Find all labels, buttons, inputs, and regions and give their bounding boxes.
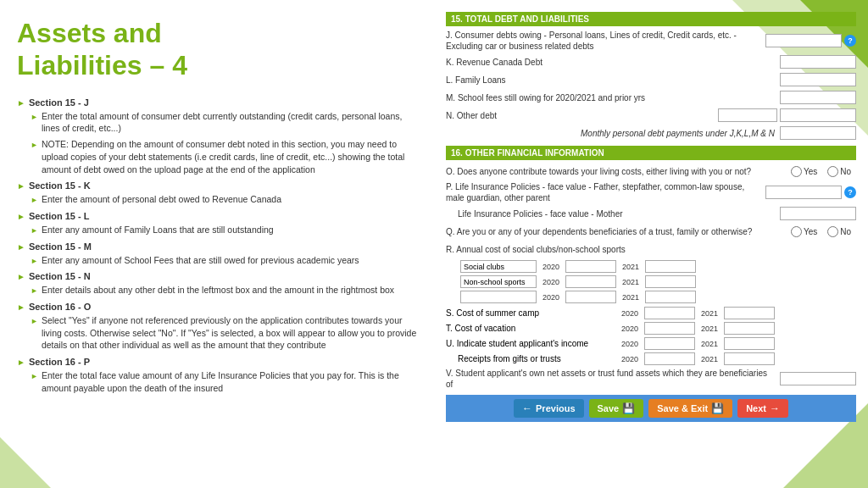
social-clubs-2021-input[interactable] bbox=[645, 260, 696, 273]
field-q-yes-label[interactable]: Yes bbox=[791, 226, 822, 237]
non-school-sports-2021-input[interactable] bbox=[645, 275, 696, 288]
field-q-yes-radio[interactable] bbox=[791, 226, 802, 237]
list-item: ► Enter any amount of Family Loans that … bbox=[31, 224, 420, 236]
field-j-label: J. Consumer debts owing - Personal loans… bbox=[446, 30, 765, 52]
arrow-icon: ► bbox=[17, 242, 25, 252]
field-q-no-label[interactable]: No bbox=[827, 226, 856, 237]
field-p2-row: Life Insurance Policies - face value - M… bbox=[446, 206, 856, 221]
section-15-j-header: ► Section 15 - J bbox=[17, 97, 420, 108]
list-item: ► Enter any amount of School Fees that a… bbox=[31, 254, 420, 267]
field-n-amount-input[interactable] bbox=[780, 108, 856, 122]
field-u-label: U. Indicate student applicant's income bbox=[446, 339, 615, 348]
receipts-label: Receipts from gifts or trusts bbox=[458, 354, 615, 363]
arrow-icon: ► bbox=[31, 112, 38, 123]
info-icon-j[interactable]: ? bbox=[844, 35, 856, 47]
monthly-input[interactable] bbox=[780, 126, 856, 140]
sports-extra1-2021-input[interactable] bbox=[645, 291, 696, 303]
field-o-radio-group: Yes No bbox=[791, 166, 856, 177]
next-icon: → bbox=[770, 402, 780, 414]
arrow-icon: ► bbox=[17, 302, 25, 312]
sports-grid: 2020 2021 2020 2021 2020 2021 bbox=[446, 260, 856, 303]
field-r-label: R. Annual cost of social clubs/non-schoo… bbox=[446, 244, 856, 255]
instructions-list: ► Section 15 - J ► Enter the total amoun… bbox=[17, 97, 420, 395]
social-clubs-2020-input[interactable] bbox=[565, 260, 616, 273]
field-m-input[interactable] bbox=[780, 91, 856, 104]
receipts-2021-input[interactable] bbox=[724, 352, 775, 365]
social-clubs-input[interactable] bbox=[460, 260, 537, 273]
arrow-icon: ► bbox=[31, 140, 38, 151]
field-q-radio-group: Yes No bbox=[791, 226, 856, 237]
section-16-title: 16. OTHER FINANCIAL INFORMATION bbox=[446, 146, 856, 160]
arrow-icon: ► bbox=[31, 256, 38, 267]
page-title: Assets and Liabilities – 4 bbox=[17, 17, 420, 82]
receipts-2020-input[interactable] bbox=[644, 352, 695, 365]
list-item: ► Enter the total amount of consumer deb… bbox=[31, 110, 420, 135]
sports-row-extra1: 2020 2021 bbox=[446, 291, 856, 303]
field-l-input[interactable] bbox=[780, 73, 856, 86]
field-u-2021-input[interactable] bbox=[724, 337, 775, 350]
section-15-l-header: ► Section 15 - L bbox=[17, 211, 420, 221]
save-exit-button[interactable]: Save & Exit 💾 bbox=[648, 399, 732, 418]
arrow-icon: ► bbox=[31, 316, 38, 327]
non-school-sports-2020-input[interactable] bbox=[565, 275, 616, 288]
field-v-input[interactable] bbox=[780, 372, 856, 385]
field-o-no-label[interactable]: No bbox=[827, 166, 856, 177]
section-15-m-header: ► Section 15 - M bbox=[17, 241, 420, 252]
field-n-desc-input[interactable] bbox=[718, 108, 777, 122]
monthly-row: Monthly personal debt payments under J,K… bbox=[446, 125, 856, 141]
field-o-yes-radio[interactable] bbox=[791, 166, 802, 177]
field-p2-input[interactable] bbox=[780, 207, 856, 220]
field-q-no-radio[interactable] bbox=[827, 226, 838, 237]
field-u-2020-input[interactable] bbox=[644, 337, 695, 350]
field-o-yes-label[interactable]: Yes bbox=[791, 166, 822, 177]
field-t-2020-input[interactable] bbox=[644, 322, 695, 335]
monthly-label: Monthly personal debt payments under J,K… bbox=[446, 128, 780, 139]
bottom-nav-bar: ← Previous Save 💾 Save & Exit 💾 Next → bbox=[446, 395, 856, 422]
next-button[interactable]: Next → bbox=[737, 399, 788, 418]
info-icon-p[interactable]: ? bbox=[844, 186, 856, 198]
list-item: ► Select "Yes" if anyone not referenced … bbox=[31, 314, 420, 352]
field-t-2021-input[interactable] bbox=[724, 322, 775, 335]
field-v-label: V. Student applicant's own net assets or… bbox=[446, 368, 780, 390]
field-p2-label: Life Insurance Policies - face value - M… bbox=[458, 208, 780, 219]
field-k-input[interactable] bbox=[780, 55, 856, 69]
arrow-icon: ► bbox=[31, 286, 38, 297]
field-o-row: O. Does anyone contribute towards your l… bbox=[446, 164, 856, 179]
section-15-k-header: ► Section 15 - K bbox=[17, 180, 420, 191]
section-16-o-header: ► Section 16 - O bbox=[17, 302, 420, 312]
arrow-icon: ► bbox=[17, 272, 25, 281]
arrow-icon: ► bbox=[17, 212, 25, 221]
field-j-input[interactable] bbox=[765, 34, 842, 47]
non-school-sports-input[interactable] bbox=[460, 275, 537, 288]
field-o-no-radio[interactable] bbox=[827, 166, 838, 177]
save-icon: 💾 bbox=[622, 402, 635, 414]
previous-button[interactable]: ← Previous bbox=[514, 399, 583, 418]
field-l-label: L. Family Loans bbox=[446, 75, 780, 86]
save-exit-icon: 💾 bbox=[711, 402, 724, 414]
section-15-title: 15. TOTAL DEBT AND LIABILITIES bbox=[446, 12, 856, 26]
field-n-row: N. Other debt bbox=[446, 108, 856, 123]
field-s-2020-input[interactable] bbox=[644, 307, 695, 319]
arrow-icon: ► bbox=[17, 181, 25, 191]
list-item: ► Enter details about any other debt in … bbox=[31, 284, 420, 297]
sports-extra1-2020-input[interactable] bbox=[565, 291, 616, 303]
field-r-label-row: R. Annual cost of social clubs/non-schoo… bbox=[446, 241, 856, 257]
field-s-2021-input[interactable] bbox=[724, 307, 775, 319]
section-16-p-header: ► Section 16 - P bbox=[17, 357, 420, 367]
field-t-row: T. Cost of vacation 2020 2021 bbox=[446, 322, 856, 335]
arrow-icon: ► bbox=[31, 225, 38, 236]
sports-extra1-label-input[interactable] bbox=[460, 291, 537, 303]
field-o-label: O. Does anyone contribute towards your l… bbox=[446, 166, 791, 177]
field-s-row: S. Cost of summer camp 2020 2021 bbox=[446, 307, 856, 319]
field-k-label: K. Revenue Canada Debt bbox=[446, 57, 780, 68]
field-p-label: P. Life Insurance Policies - face value … bbox=[446, 181, 765, 203]
list-item: ► NOTE: Depending on the amount of consu… bbox=[31, 138, 420, 175]
arrow-icon: ► bbox=[31, 371, 38, 382]
field-p-input[interactable] bbox=[765, 186, 842, 199]
field-m-label: M. School fees still owing for 2020/2021… bbox=[446, 92, 780, 103]
field-n-label: N. Other debt bbox=[446, 110, 718, 121]
list-item: ► Enter the amount of personal debt owed… bbox=[31, 193, 420, 206]
field-v-row: V. Student applicant's own net assets or… bbox=[446, 368, 856, 390]
arrow-icon: ► bbox=[17, 358, 25, 367]
save-button[interactable]: Save 💾 bbox=[589, 399, 644, 418]
